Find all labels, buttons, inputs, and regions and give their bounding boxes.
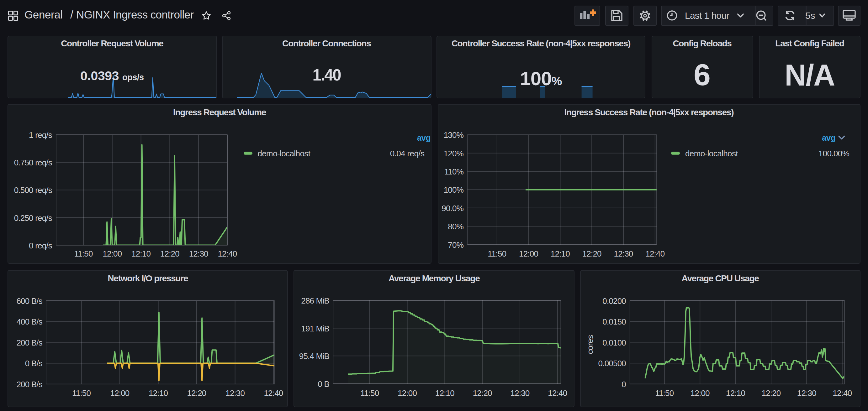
svg-text:600 B/s: 600 B/s: [16, 296, 42, 306]
svg-text:200 B/s: 200 B/s: [16, 338, 42, 347]
svg-text:12:20: 12:20: [187, 388, 206, 398]
svg-text:0 B/s: 0 B/s: [25, 359, 43, 368]
svg-text:0 B: 0 B: [318, 379, 329, 389]
svg-text:80%: 80%: [448, 222, 463, 231]
svg-text:0.0150: 0.0150: [602, 317, 626, 327]
svg-text:130%: 130%: [444, 130, 464, 140]
svg-text:12:40: 12:40: [548, 388, 567, 398]
svg-text:11:50: 11:50: [488, 249, 506, 259]
svg-text:286 MiB: 286 MiB: [301, 296, 329, 305]
svg-text:100%: 100%: [444, 185, 464, 195]
svg-text:70%: 70%: [448, 240, 463, 250]
svg-text:12:10: 12:10: [551, 249, 570, 259]
svg-text:0: 0: [622, 380, 626, 389]
svg-text:12:00: 12:00: [690, 388, 710, 398]
svg-text:400 B/s: 400 B/s: [16, 317, 42, 327]
svg-text:12:10: 12:10: [149, 388, 168, 398]
svg-text:12:20: 12:20: [160, 249, 179, 259]
svg-text:12:40: 12:40: [264, 388, 283, 398]
svg-text:0.500 req/s: 0.500 req/s: [14, 185, 52, 195]
svg-text:12:00: 12:00: [519, 249, 538, 259]
svg-text:11:50: 11:50: [655, 388, 674, 398]
svg-text:191 MiB: 191 MiB: [301, 324, 329, 333]
svg-text:12:40: 12:40: [645, 249, 664, 259]
svg-text:12:10: 12:10: [435, 388, 454, 398]
svg-text:1 req/s: 1 req/s: [29, 130, 52, 140]
svg-text:0.750 req/s: 0.750 req/s: [14, 158, 52, 167]
svg-text:0.0200: 0.0200: [602, 296, 626, 306]
svg-text:-200 B/s: -200 B/s: [14, 380, 43, 389]
svg-text:12:40: 12:40: [218, 249, 237, 259]
svg-text:12:20: 12:20: [582, 249, 601, 259]
svg-text:0.0100: 0.0100: [602, 338, 626, 347]
svg-text:12:30: 12:30: [797, 388, 816, 398]
svg-text:0.00500: 0.00500: [598, 359, 626, 368]
svg-text:12:00: 12:00: [102, 249, 122, 259]
svg-text:0.250 req/s: 0.250 req/s: [14, 213, 52, 223]
svg-text:12:00: 12:00: [110, 388, 129, 398]
svg-text:12:10: 12:10: [726, 388, 745, 398]
svg-text:12:20: 12:20: [473, 388, 492, 398]
svg-text:12:30: 12:30: [510, 388, 529, 398]
svg-text:11:50: 11:50: [74, 249, 93, 259]
svg-text:12:30: 12:30: [614, 249, 633, 259]
svg-text:95.4 MiB: 95.4 MiB: [299, 351, 329, 361]
svg-text:90.0%: 90.0%: [441, 204, 463, 213]
svg-text:12:30: 12:30: [189, 249, 208, 259]
svg-text:12:10: 12:10: [131, 249, 151, 259]
svg-text:120%: 120%: [444, 149, 464, 158]
svg-text:12:40: 12:40: [833, 388, 852, 398]
svg-text:12:20: 12:20: [762, 388, 780, 398]
svg-text:11:50: 11:50: [360, 388, 379, 398]
svg-text:0 req/s: 0 req/s: [29, 241, 52, 250]
svg-text:12:30: 12:30: [225, 388, 245, 398]
svg-text:12:00: 12:00: [398, 388, 417, 398]
svg-text:11:50: 11:50: [72, 388, 91, 398]
svg-text:110%: 110%: [444, 167, 464, 176]
